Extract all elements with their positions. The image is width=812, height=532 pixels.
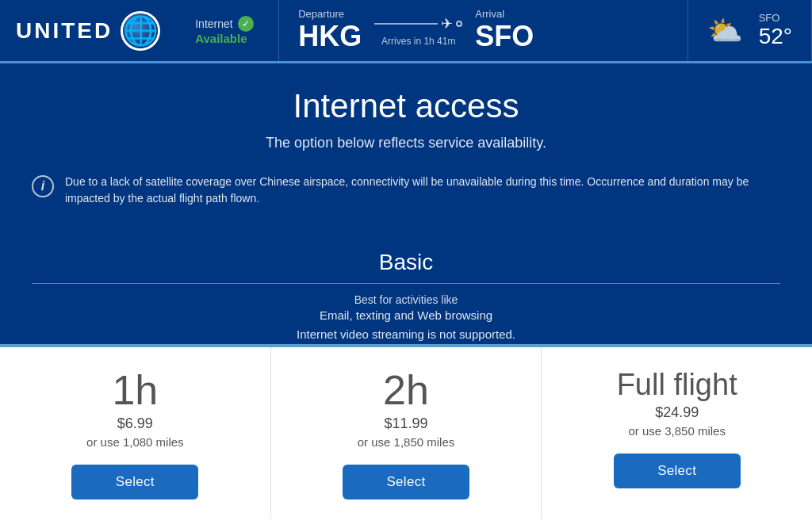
option-1h-miles: or use 1,080 miles <box>86 435 184 449</box>
arrival-info: SFO 52° <box>759 12 792 49</box>
plan-divider <box>32 283 780 284</box>
arrival-label: Arrival <box>475 8 534 20</box>
plane-icon: ✈ <box>441 15 453 33</box>
departure-block: Departure HKG <box>298 8 362 53</box>
plans-section: Basic Best for activities like Email, te… <box>0 242 812 344</box>
plan-name: Basic <box>32 250 780 275</box>
departure-label: Departure <box>298 8 362 20</box>
arrival-time: Arrives in 1h 41m <box>381 36 455 47</box>
select-2h-button[interactable]: Select <box>343 465 469 499</box>
info-box: i Due to a lack of satellite coverage ov… <box>32 170 780 210</box>
arrival-code: SFO <box>475 20 534 53</box>
weather-icon: ⛅ <box>707 14 743 48</box>
option-2h-duration: 2h <box>383 369 429 411</box>
internet-available-text: Available <box>195 32 259 45</box>
select-full-button[interactable]: Select <box>614 454 741 488</box>
option-1h-duration: 1h <box>112 369 158 411</box>
united-globe-logo <box>121 11 160 51</box>
flight-arrow: ✈ Arrives in 1h 41m <box>374 15 462 47</box>
option-1h: 1h $6.99 or use 1,080 miles Select <box>0 347 271 519</box>
internet-label: Internet <box>195 17 232 30</box>
main-content: Internet access The option below reflect… <box>0 63 812 242</box>
destination-code-label: SFO <box>759 12 792 24</box>
arrival-block: Arrival SFO <box>475 8 534 53</box>
flight-dot <box>456 21 462 27</box>
plan-activities: Email, texting and Web browsing Internet… <box>32 306 780 344</box>
option-full-price: $24.99 <box>655 404 699 421</box>
internet-status-section: Internet ✓ Available <box>176 0 279 61</box>
logo-area: UNITED <box>0 0 176 61</box>
app-header: UNITED Internet ✓ Available Departure HK… <box>0 0 812 63</box>
internet-status: Internet ✓ <box>195 16 259 32</box>
option-2h-price: $11.99 <box>384 415 427 432</box>
option-2h-miles: or use 1,850 miles <box>358 435 455 449</box>
departure-code: HKG <box>298 20 362 53</box>
option-2h: 2h $11.99 or use 1,850 miles Select <box>271 347 542 519</box>
options-container: 1h $6.99 or use 1,080 miles Select 2h $1… <box>0 344 812 519</box>
flight-line-left <box>374 23 438 25</box>
plan-best-for: Best for activities like <box>32 293 780 306</box>
select-1h-button[interactable]: Select <box>71 465 198 499</box>
info-icon: i <box>32 175 54 197</box>
info-text: Due to a lack of satellite coverage over… <box>65 174 780 207</box>
flight-section: Departure HKG ✈ Arrives in 1h 41m Arriva… <box>279 0 688 61</box>
check-icon: ✓ <box>238 16 254 32</box>
option-full-flight: Full flight $24.99 or use 3,850 miles Se… <box>542 347 812 519</box>
option-full-miles: or use 3,850 miles <box>628 424 726 438</box>
page-subtitle: The option below reflects service availa… <box>32 135 780 151</box>
option-full-duration: Full flight <box>617 369 737 400</box>
page-title: Internet access <box>32 87 780 125</box>
logo-text: UNITED <box>16 18 113 44</box>
weather-section: ⛅ SFO 52° <box>688 0 812 61</box>
option-1h-price: $6.99 <box>117 415 153 432</box>
destination-temp: 52° <box>759 24 792 49</box>
